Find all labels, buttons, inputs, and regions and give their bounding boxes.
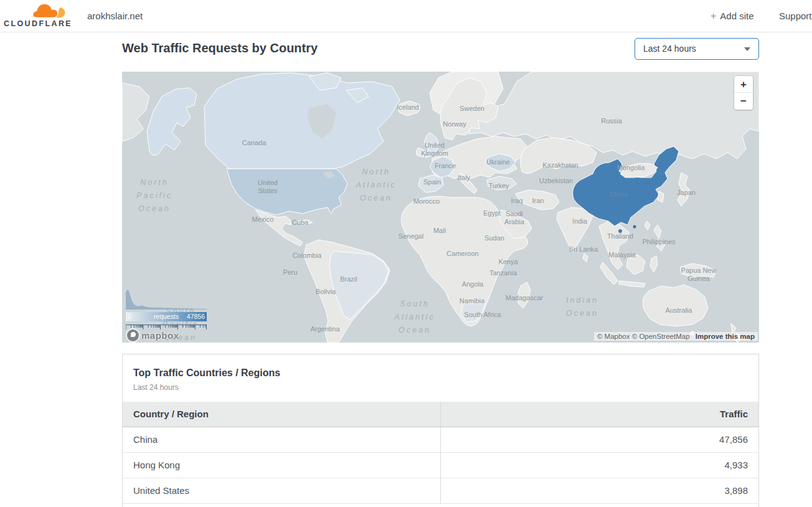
osm-attribution-link[interactable]: © OpenStreetMap bbox=[632, 333, 690, 340]
country-cell: United States bbox=[123, 478, 441, 503]
mapbox-wordmark: mapbox bbox=[141, 330, 179, 341]
card-title: Top Traffic Countries / Regions bbox=[133, 367, 748, 379]
traffic-cell: 47,856 bbox=[441, 427, 759, 452]
world-map-svg bbox=[122, 72, 759, 343]
improve-map-link[interactable]: Improve this map bbox=[696, 333, 755, 340]
zoom-in-button[interactable]: + bbox=[734, 76, 753, 93]
top-header: CLOUDFLARE arokhslair.net +Add site Supp… bbox=[0, 0, 812, 32]
traffic-table: Country / Region Traffic China47,856Hong… bbox=[123, 402, 758, 504]
mapbox-attribution-link[interactable]: © Mapbox bbox=[597, 333, 630, 340]
card-subtitle: Last 24 hours bbox=[133, 383, 748, 392]
table-row: United States3,898 bbox=[123, 478, 758, 503]
zoom-out-button[interactable]: − bbox=[734, 93, 753, 110]
table-row: Hong Kong4,933 bbox=[123, 452, 758, 478]
site-domain: arokhslair.net bbox=[87, 0, 143, 32]
legend-min: 0 bbox=[128, 313, 131, 320]
support-link[interactable]: Support bbox=[779, 0, 812, 32]
legend-gradient-bar: 0 requests 47856 bbox=[126, 312, 207, 321]
page-title: Web Traffic Requests by Country bbox=[122, 41, 318, 55]
traffic-cell: 3,898 bbox=[441, 478, 759, 503]
column-header-country: Country / Region bbox=[123, 402, 441, 427]
support-label: Support bbox=[779, 11, 812, 21]
map-attribution: © Mapbox © OpenStreetMap Improve this ma… bbox=[594, 332, 758, 341]
time-range-select[interactable]: Last 24 hours bbox=[635, 38, 759, 60]
cloudflare-dashboard: CLOUDFLARE arokhslair.net +Add site Supp… bbox=[0, 0, 812, 507]
legend-label: requests bbox=[154, 313, 179, 320]
plus-icon: + bbox=[710, 11, 716, 21]
mapbox-logo[interactable]: mapbox bbox=[127, 328, 179, 343]
traffic-world-map[interactable]: CanadaUnitedStatesMexicoCubaColombiaPeru… bbox=[122, 72, 759, 343]
region-shape-hong-kong[interactable] bbox=[633, 225, 636, 229]
traffic-cell: 4,933 bbox=[441, 452, 759, 478]
mapbox-icon bbox=[127, 329, 139, 341]
map-zoom-control: + − bbox=[734, 76, 753, 110]
column-header-traffic: Traffic bbox=[441, 402, 759, 427]
add-site-button[interactable]: +Add site bbox=[710, 0, 754, 32]
table-row: China47,856 bbox=[123, 427, 758, 452]
cloudflare-wordmark: CLOUDFLARE bbox=[4, 19, 67, 28]
country-cell: Hong Kong bbox=[123, 452, 441, 478]
cloudflare-logo[interactable]: CLOUDFLARE bbox=[4, 1, 67, 31]
map-legend: 0 requests 47856 bbox=[126, 288, 207, 333]
top-traffic-card: Top Traffic Countries / Regions Last 24 … bbox=[122, 354, 759, 507]
chevron-down-icon bbox=[744, 47, 750, 51]
add-site-label: Add site bbox=[720, 11, 753, 21]
country-shape-korea bbox=[658, 191, 664, 202]
time-range-value: Last 24 hours bbox=[643, 39, 696, 59]
country-cell: China bbox=[123, 427, 441, 452]
legend-max: 47856 bbox=[187, 313, 205, 320]
legend-histogram bbox=[126, 288, 207, 310]
cloudflare-cloud-icon bbox=[30, 2, 67, 21]
island-hainan bbox=[618, 229, 622, 233]
